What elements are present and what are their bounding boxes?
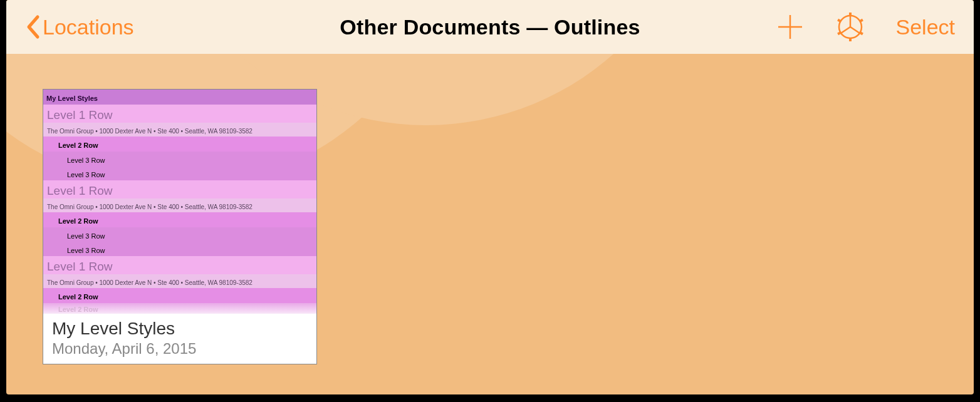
preview-heading: My Level Styles (43, 90, 316, 105)
gear-icon (836, 13, 865, 41)
preview-level3-row: Level 3 Row (43, 152, 316, 166)
preview-note-row: The Omni Group • 1000 Dexter Ave N • Ste… (43, 123, 316, 137)
back-label: Locations (43, 15, 134, 39)
document-thumbnail[interactable]: My Level Styles Level 1 Row The Omni Gro… (43, 89, 317, 364)
preview-level1-row: Level 1 Row (43, 180, 316, 198)
preview-level2-row: Level 2 Row (43, 288, 316, 303)
chevron-left-icon (25, 14, 41, 39)
preview-level2-row: Level 2 Row (43, 137, 316, 152)
plus-icon (776, 13, 805, 41)
preview-level3-row: Level 3 Row (43, 166, 316, 180)
preview-level1-row: Level 1 Row (43, 256, 316, 274)
preview-level1-row: Level 1 Row (43, 105, 316, 123)
svg-line-4 (850, 27, 860, 33)
document-title: My Level Styles (52, 319, 308, 339)
toolbar: Locations Other Documents — Outlines (6, 0, 974, 54)
back-button[interactable]: Locations (25, 14, 134, 39)
settings-button[interactable] (836, 13, 865, 41)
svg-line-5 (841, 27, 850, 33)
document-label: My Level Styles Monday, April 6, 2015 (43, 314, 316, 364)
svg-rect-6 (849, 13, 852, 16)
add-button[interactable] (776, 13, 805, 41)
select-button[interactable]: Select (896, 15, 956, 39)
preview-note-row: The Omni Group • 1000 Dexter Ave N • Ste… (43, 198, 316, 212)
preview-level2-row: Level 2 Row (43, 212, 316, 227)
preview-level3-row: Level 3 Row (43, 242, 316, 256)
preview-note-row: The Omni Group • 1000 Dexter Ave N • Ste… (43, 274, 316, 288)
preview-level3-row: Level 3 Row (43, 227, 316, 242)
document-date: Monday, April 6, 2015 (52, 340, 308, 358)
svg-rect-9 (849, 38, 852, 41)
